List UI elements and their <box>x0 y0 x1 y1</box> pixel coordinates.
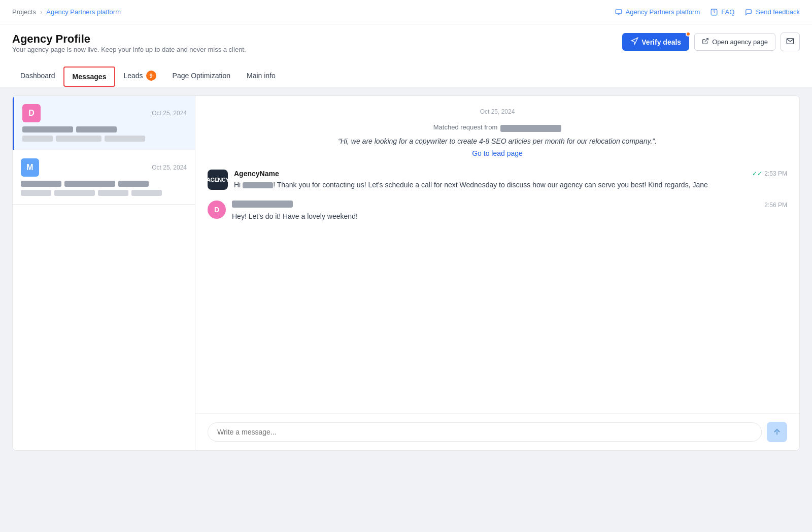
header-actions: Verify deals Open agency page <box>622 32 800 51</box>
page-title-row: Agency Profile Your agency page is now l… <box>12 32 800 61</box>
nav-faq-label: FAQ <box>721 8 734 16</box>
main-content: D Oct 25, 2024 <box>0 87 812 532</box>
message-body-1: Hi ! Thank you for contacting us! Let's … <box>234 180 787 190</box>
conv-name-blurred-2b <box>64 181 115 187</box>
top-bar: Projects › Agency Partners platform Agen… <box>0 0 812 24</box>
message-time-2: 2:56 PM <box>764 202 787 209</box>
avatar-d: D <box>22 104 41 122</box>
message-header-2: 2:56 PM <box>232 201 787 209</box>
conv-name-blurred-2a <box>21 181 61 187</box>
envelope-icon <box>786 37 794 47</box>
matched-quote: “Hi, we are looking for a copywriter to … <box>208 137 787 145</box>
conversation-item-2[interactable]: M Oct 25, 2024 <box>13 150 195 205</box>
conv-date-1: Oct 25, 2024 <box>152 110 187 117</box>
message-input[interactable] <box>208 422 762 442</box>
tab-main-info[interactable]: Main info <box>239 66 284 86</box>
conv-name-blurred-1b <box>76 126 117 132</box>
tab-page-optimization-label: Page Optimization <box>173 72 230 80</box>
check-icon: ✓✓ <box>752 170 762 177</box>
email-button[interactable] <box>781 32 800 51</box>
message-time-1: ✓✓ 2:53 PM <box>752 170 787 177</box>
send-button[interactable] <box>767 422 787 442</box>
page-header: Agency Profile Your agency page is now l… <box>0 24 812 87</box>
d-avatar: D <box>208 201 226 219</box>
chat-messages: Oct 25, 2024 Matched request from “Hi, w… <box>195 96 799 413</box>
time-value-2: 2:56 PM <box>764 202 787 209</box>
nav-agency-platform[interactable]: Agency Partners platform <box>615 8 700 16</box>
tab-dashboard[interactable]: Dashboard <box>12 66 63 86</box>
tabs: Dashboard Messages Leads 9 Page Optimiza… <box>12 65 800 87</box>
breadcrumb-root[interactable]: Projects <box>12 8 36 16</box>
matched-from-row: Matched request from <box>208 123 787 133</box>
nav-feedback-label: Send feedback <box>756 8 800 16</box>
tab-messages-label: Messages <box>73 73 107 81</box>
tab-main-info-label: Main info <box>247 72 276 80</box>
nav-agency-label: Agency Partners platform <box>626 8 700 16</box>
conversation-list: D Oct 25, 2024 <box>13 96 195 450</box>
question-icon <box>710 8 718 16</box>
verify-deals-button[interactable]: Verify deals <box>622 33 689 51</box>
time-value-1: 2:53 PM <box>764 170 787 177</box>
matched-from-label: Matched request from <box>433 123 497 131</box>
monitor-icon <box>615 8 623 16</box>
conv-date-2: Oct 25, 2024 <box>152 164 187 171</box>
conv-preview-blurred-1c <box>105 136 145 142</box>
avatar-m: M <box>21 158 39 177</box>
leads-badge: 9 <box>146 71 156 81</box>
conv-preview-blurred-1b <box>56 136 101 142</box>
top-nav: Agency Partners platform FAQ Send feedba… <box>615 8 800 16</box>
megaphone-icon <box>630 37 638 47</box>
conversation-header-2: M Oct 25, 2024 <box>21 158 187 177</box>
message-row-2: D 2:56 PM Hey! Let's do it! Have a lovel… <box>208 201 787 222</box>
tab-leads[interactable]: Leads 9 <box>115 65 164 87</box>
svg-rect-0 <box>616 9 622 13</box>
page-title-block: Agency Profile Your agency page is now l… <box>12 32 246 61</box>
comment-icon <box>745 8 753 16</box>
conv-preview-blurred-2d <box>131 190 162 196</box>
chat-area: Oct 25, 2024 Matched request from “Hi, w… <box>195 96 799 450</box>
conv-preview-blurred-1a <box>22 136 53 142</box>
go-to-lead-link[interactable]: Go to lead page <box>208 149 787 157</box>
sender-2-blurred <box>232 201 293 208</box>
open-agency-label: Open agency page <box>712 38 768 46</box>
conv-name-blurred-2c <box>118 181 149 187</box>
tab-dashboard-label: Dashboard <box>20 72 55 80</box>
page-title: Agency Profile <box>12 32 246 46</box>
conversation-header-1: D Oct 25, 2024 <box>22 104 187 122</box>
messages-layout: D Oct 25, 2024 <box>12 95 800 451</box>
message-content-2: 2:56 PM Hey! Let's do it! Have a lovely … <box>232 201 787 222</box>
chat-input-area <box>195 413 799 450</box>
page-subtitle: Your agency page is now live. Keep your … <box>12 46 246 53</box>
notification-dot <box>686 31 691 37</box>
message-header-1: AgencyName ✓✓ 2:53 PM <box>234 170 787 178</box>
open-agency-button[interactable]: Open agency page <box>694 33 775 51</box>
conv-preview-blurred-2b <box>54 190 95 196</box>
breadcrumb: Projects › Agency Partners platform <box>12 8 121 16</box>
external-link-icon <box>702 38 709 46</box>
message-sender-2 <box>232 201 293 209</box>
nav-feedback[interactable]: Send feedback <box>745 8 800 16</box>
verify-btn-label: Verify deals <box>641 38 681 46</box>
message-sender-1: AgencyName <box>234 170 279 178</box>
redacted-name-1 <box>243 182 273 188</box>
tab-messages[interactable]: Messages <box>63 66 116 87</box>
tab-leads-label: Leads <box>123 72 143 80</box>
agency-avatar: AGENCY <box>208 170 228 190</box>
conv-preview-blurred-2c <box>98 190 128 196</box>
chat-date-header: Oct 25, 2024 <box>208 108 787 115</box>
tab-page-optimization[interactable]: Page Optimization <box>164 66 239 86</box>
message-row-1: AGENCY AgencyName ✓✓ 2:53 PM Hi ! Thank … <box>208 170 787 190</box>
svg-line-2 <box>705 39 708 42</box>
breadcrumb-separator: › <box>40 8 42 16</box>
nav-faq[interactable]: FAQ <box>710 8 734 16</box>
matched-from-name <box>500 125 561 132</box>
conv-preview-blurred-2a <box>21 190 51 196</box>
message-content-1: AgencyName ✓✓ 2:53 PM Hi ! Thank you for… <box>234 170 787 190</box>
message-body-2: Hey! Let's do it! Have a lovely weekend! <box>232 211 787 222</box>
matched-request: Matched request from “Hi, we are looking… <box>208 123 787 157</box>
breadcrumb-current[interactable]: Agency Partners platform <box>46 8 121 16</box>
conv-name-blurred-1a <box>22 126 73 132</box>
conversation-item[interactable]: D Oct 25, 2024 <box>13 96 195 150</box>
